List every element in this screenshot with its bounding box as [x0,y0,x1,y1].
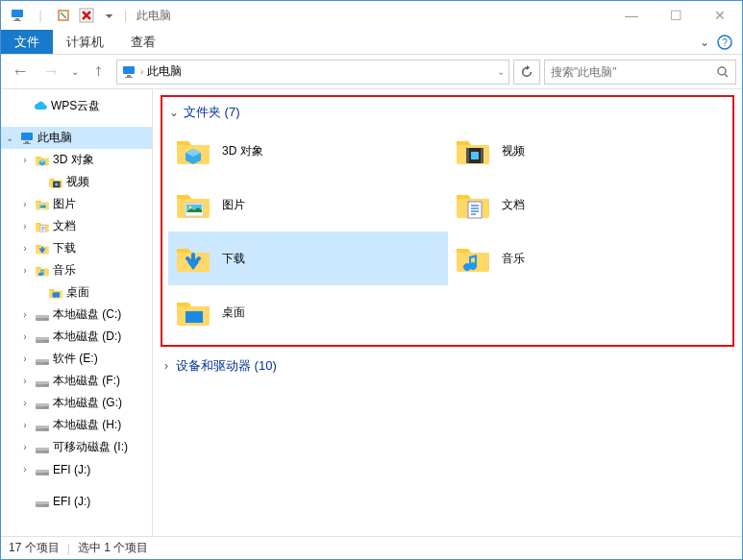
pc-icon [121,64,136,80]
statusbar: 17 个项目 | 选中 1 个项目 [1,536,742,559]
ribbon-expand-icon[interactable]: ⌄ [700,36,709,49]
sidebar-item-label: 桌面 [66,284,89,301]
forward-button[interactable]: 🡒 [37,59,64,85]
video-icon [48,175,63,190]
sidebar-item[interactable]: › 本地磁盘 (H:) [1,414,152,436]
sidebar-item[interactable]: › EFI (J:) [1,458,152,480]
folder-item[interactable]: 视频 [448,124,728,178]
download-icon [172,237,214,280]
tree-chevron-icon[interactable]: › [18,376,32,386]
folder-label: 桌面 [222,304,245,321]
drive-icon [35,374,50,389]
folder-item[interactable]: 3D 对象 [168,124,448,178]
tree-chevron-icon[interactable]: › [18,420,32,430]
drive-icon [35,418,50,433]
tree-chevron-icon[interactable]: ⌄ [3,133,16,143]
content-pane: ⌄ 文件夹 (7) 3D 对象 视频 图片 文档 下载 音乐 桌面 › 设备和驱… [153,89,742,536]
drive-icon [35,462,50,477]
desktop-icon [48,285,63,301]
ribbon-tabs: 文件 计算机 查看 ⌄ ? [1,30,742,55]
qat-close-doc-icon[interactable] [76,5,97,26]
svg-text:?: ? [722,37,728,48]
search-icon [716,65,730,79]
breadcrumb-dropdown-icon[interactable]: ⌄ [497,66,505,77]
app-icon [7,5,28,26]
sidebar-item[interactable]: › 图片 [1,193,152,215]
tree-chevron-icon[interactable]: › [18,309,32,320]
sidebar-item[interactable]: › 本地磁盘 (C:) [1,304,152,326]
sidebar-item[interactable]: › 下载 [1,237,152,259]
picture-icon [35,197,50,212]
sidebar-item[interactable]: › 软件 (E:) [1,348,152,370]
doc-icon [452,183,494,226]
group-folders-header[interactable]: ⌄ 文件夹 (7) [168,101,727,124]
sidebar-item[interactable]: › 本地磁盘 (D:) [1,326,152,348]
sidebar-item[interactable]: ⌄ 此电脑 [1,127,152,149]
tree-chevron-icon[interactable]: › [18,199,32,209]
refresh-icon [520,65,533,79]
tab-file[interactable]: 文件 [1,30,53,54]
sidebar-item-label: WPS云盘 [51,98,100,114]
tree-chevron-icon[interactable]: › [18,398,32,408]
qat-properties-icon[interactable] [53,5,74,26]
search-field[interactable] [551,65,716,79]
breadcrumb[interactable]: › 此电脑 ⌄ [116,60,509,85]
tree-chevron-icon[interactable]: › [18,331,32,342]
tree-chevron-icon[interactable]: › [18,155,32,165]
sidebar-item-label: 本地磁盘 (C:) [53,306,121,323]
breadcrumb-location[interactable]: 此电脑 [147,63,493,80]
search-input[interactable] [544,60,736,85]
group-folders-title: 文件夹 (7) [184,104,240,121]
status-selected-count: 选中 1 个项目 [78,540,148,556]
sidebar: WPS云盘⌄ 此电脑› 3D 对象 视频› 图片› 文档› 下载› 音乐 桌面›… [1,89,153,536]
group-devices-header[interactable]: › 设备和驱动器 (10) [161,354,734,377]
close-button[interactable]: ✕ [698,2,742,29]
sidebar-item[interactable]: › 本地磁盘 (G:) [1,392,152,414]
refresh-button[interactable] [513,60,540,85]
folder-item[interactable]: 桌面 [168,285,448,339]
cloud-icon [33,99,48,114]
sidebar-item-label: 本地磁盘 (G:) [53,395,122,411]
tree-chevron-icon[interactable]: › [18,442,32,452]
sidebar-item[interactable]: › 文档 [1,215,152,237]
recent-dropdown[interactable]: ⌄ [68,59,82,85]
sidebar-item[interactable]: › 可移动磁盘 (I:) [1,436,152,458]
tree-chevron-icon[interactable]: › [18,353,32,364]
sidebar-item[interactable]: 桌面 [1,281,152,304]
sidebar-item[interactable]: › 3D 对象 [1,149,152,171]
sidebar-item[interactable]: 视频 [1,171,152,193]
drive-icon [35,307,50,323]
chevron-right-icon: › [140,66,143,77]
drive-icon [35,352,50,367]
help-icon[interactable]: ? [717,35,732,50]
cube-icon [172,130,214,172]
sidebar-item-label: 3D 对象 [53,152,94,168]
window-title: 此电脑 [129,8,609,24]
folder-label: 文档 [502,197,525,213]
tree-chevron-icon[interactable]: › [18,464,32,475]
tree-chevron-icon[interactable]: › [18,221,32,231]
sidebar-item[interactable]: EFI (J:) [1,490,152,512]
download-icon [35,241,50,256]
tree-chevron-icon[interactable]: › [18,265,32,276]
desktop-icon [172,291,214,333]
maximize-button[interactable]: ☐ [654,2,698,29]
sidebar-item[interactable]: › 本地磁盘 (F:) [1,370,152,392]
sidebar-item[interactable]: WPS云盘 [1,95,152,117]
tab-view[interactable]: 查看 [117,30,169,54]
back-button[interactable]: 🡐 [7,59,34,85]
folder-item[interactable]: 文档 [448,178,728,231]
up-button[interactable]: 🡑 [86,59,112,85]
folder-item[interactable]: 图片 [168,178,448,231]
folder-item[interactable]: 下载 [168,231,448,285]
sidebar-item[interactable]: › 音乐 [1,259,152,281]
folder-label: 下载 [222,251,245,267]
tab-computer[interactable]: 计算机 [53,30,117,54]
qat-dropdown-icon[interactable]: ⏷ [99,5,120,26]
minimize-button[interactable]: — [609,2,654,29]
tree-chevron-icon[interactable]: › [18,243,32,254]
sidebar-item-label: 本地磁盘 (D:) [53,329,121,345]
music-icon [35,263,50,279]
folder-item[interactable]: 音乐 [448,231,728,285]
drive-icon [35,396,50,411]
